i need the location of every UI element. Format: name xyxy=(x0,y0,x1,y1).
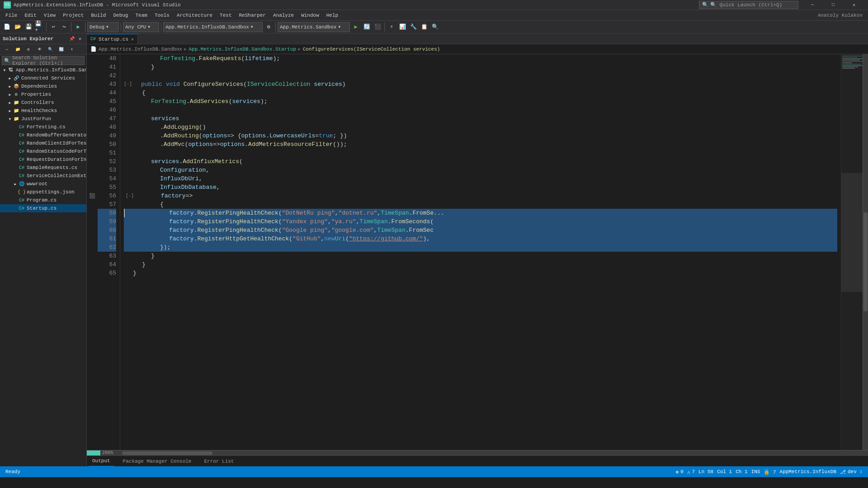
breadcrumb-part-3[interactable]: ConfigureServices(IServiceCollection ser… xyxy=(303,47,440,52)
tree-item-program[interactable]: ▶ C# Program.cs xyxy=(0,196,86,204)
toolbar-new[interactable]: 📄 xyxy=(2,22,12,32)
se-filter[interactable]: 🔍 xyxy=(45,45,55,55)
panel-tab-error-list[interactable]: Error List xyxy=(200,456,237,466)
se-pin[interactable]: 📌 xyxy=(68,35,75,42)
se-show-all[interactable]: 👁 xyxy=(34,45,44,55)
status-ready[interactable]: Ready xyxy=(4,466,22,477)
menu-view[interactable]: View xyxy=(40,10,59,21)
debug-mode-dropdown[interactable]: Debug ▼ xyxy=(87,22,119,32)
toolbar-extra-5[interactable]: 🔍 xyxy=(430,22,440,32)
se-folder[interactable]: 📁 xyxy=(13,45,23,55)
minimize-button[interactable]: — xyxy=(802,0,823,10)
menu-window[interactable]: Window xyxy=(297,10,323,21)
toolbar-start-debug[interactable]: ▶ xyxy=(73,22,83,32)
code-content[interactable]: ForTesting.FakeRequests(lifetime); } [-]… xyxy=(120,54,841,450)
tree-item-fortesting[interactable]: ▶ C# ForTesting.cs xyxy=(0,123,86,131)
tree-item-wwwroot[interactable]: ▶ 🌐 wwwroot xyxy=(0,180,86,188)
tree-item-randomstatus[interactable]: ▶ C# RandomStatusCodeForTesting.c... xyxy=(0,147,86,155)
toolbar-extra-4[interactable]: 📋 xyxy=(419,22,429,32)
tree-item-randomclient[interactable]: ▶ C# RandomClientIdForTesting.cs xyxy=(0,139,86,147)
tree-item-healthchecks[interactable]: ▶ 📁 HealthChecks xyxy=(0,107,86,115)
cpu-dropdown[interactable]: Any CPU ▼ xyxy=(123,22,159,32)
quick-launch[interactable]: 🔍 🔍 Quick Launch (Ctrl+Q) xyxy=(699,1,798,9)
se-collapse[interactable]: ⬆ xyxy=(67,45,77,55)
panel-tab-package-manager[interactable]: Package Manager Console xyxy=(119,456,195,466)
code-line-58[interactable]: factory.RegisterPingHealthCheck("DotNetR… xyxy=(124,209,837,217)
tab-close[interactable]: ✕ xyxy=(131,37,134,42)
code-line-51 xyxy=(124,149,837,157)
tree-item-requestduration[interactable]: ▶ C# RequestDurationForIndexTesti... xyxy=(0,155,86,164)
code-editor[interactable]: ⬛ 40 41 42 43 44 45 46 47 xyxy=(87,54,868,450)
toolbar-stop[interactable]: ⬛ xyxy=(373,22,382,32)
tree-item-controllers[interactable]: ▶ 📁 Controllers xyxy=(0,99,86,107)
tree-item-servicecollection[interactable]: ▶ C# ServiceCollectionExtensions.cs xyxy=(0,172,86,180)
toolbar-undo[interactable]: ↩ xyxy=(48,22,58,32)
code-line-59[interactable]: factory.RegisterPingHealthCheck("Yandex … xyxy=(124,217,837,226)
status-project-indicator[interactable]: AppMetrics.InfluxDB xyxy=(778,466,838,477)
fold-icon-43[interactable]: [-] xyxy=(124,80,132,89)
menu-build[interactable]: Build xyxy=(87,10,109,21)
tree-item-properties[interactable]: ▶ ⚙ Properties xyxy=(0,90,86,99)
menu-analyze[interactable]: Analyze xyxy=(269,10,297,21)
menu-help[interactable]: Help xyxy=(323,10,342,21)
solution-explorer-search[interactable]: 🔍 Search Solution Explorer (Ctrl+;) xyxy=(2,56,85,65)
status-errors[interactable]: ⊗ 0 xyxy=(674,466,685,477)
maximize-button[interactable]: □ xyxy=(823,0,844,10)
menu-edit[interactable]: Edit xyxy=(21,10,40,21)
menu-file[interactable]: File xyxy=(2,10,21,21)
tree-item-startup[interactable]: ▶ C# Startup.cs xyxy=(0,204,86,212)
tab-startup[interactable]: C# Startup.cs ✕ xyxy=(87,34,138,44)
toolbar-play[interactable]: ▶ xyxy=(351,22,361,32)
tree-item-randombuffer[interactable]: ▶ C# RandomBufferGenerator.cs xyxy=(0,131,86,139)
tree-item-solution[interactable]: ▼ 🏗 App.Metrics.InfluxDB.Sandbox xyxy=(0,66,86,74)
panel-tab-output[interactable]: Output xyxy=(89,456,114,466)
toolbar-refresh[interactable]: 🔄 xyxy=(362,22,372,32)
breadcrumb-part-2[interactable]: App.Metrics.InfluxDB.Sandbox.Startup xyxy=(189,47,296,52)
code-line-60[interactable]: factory.RegisterPingHealthCheck("Google … xyxy=(124,226,837,235)
se-sync[interactable]: ↔ xyxy=(2,45,12,55)
status-warnings[interactable]: ⚠ 7 xyxy=(685,466,697,477)
tree-item-justforfun[interactable]: ▼ 📁 JustForFun xyxy=(0,115,86,123)
se-properties[interactable]: ⚙ xyxy=(24,45,33,55)
tree-item-connected-services[interactable]: ▶ 🔗 Connected Services xyxy=(0,74,86,82)
vertical-scrollbar[interactable] xyxy=(863,54,868,450)
se-refresh[interactable]: 🔄 xyxy=(56,45,66,55)
status-ch[interactable]: Ch 1 xyxy=(734,466,749,477)
breadcrumb-part-1[interactable]: App.Metrics.InfluxDB.Sandbox xyxy=(99,47,182,52)
status-ln[interactable]: Ln 58 xyxy=(697,466,715,477)
menu-test[interactable]: Test xyxy=(216,10,235,21)
expand-icon: ▶ xyxy=(7,75,13,81)
menu-architecture[interactable]: Architecture xyxy=(173,10,216,21)
project-dropdown[interactable]: App.Metrics.InfluxDB.Sandbox ▼ xyxy=(163,22,263,32)
scrollbar-thumb[interactable] xyxy=(863,212,868,311)
se-close[interactable]: ✕ xyxy=(76,35,84,42)
close-button[interactable]: ✕ xyxy=(844,0,864,10)
toolbar-extra-1[interactable]: ⚡ xyxy=(387,22,396,32)
fold-icon-56[interactable]: [-] xyxy=(126,192,134,200)
tree-item-samplerequests[interactable]: ▶ C# SampleRequests.cs xyxy=(0,164,86,172)
status-branch[interactable]: ⎇ dev ↕ xyxy=(838,466,864,477)
menu-resharper[interactable]: ReSharper xyxy=(236,10,269,21)
toolbar-extra-3[interactable]: 🔧 xyxy=(408,22,418,32)
toolbar-save-all[interactable]: 💾+ xyxy=(34,22,44,32)
toolbar-extra-2[interactable]: 📊 xyxy=(397,22,407,32)
code-line-61[interactable]: factory.RegisterHttpGetHealthCheck("GitH… xyxy=(124,235,837,243)
hscroll-thumb[interactable] xyxy=(122,451,212,455)
horizontal-scrollbar[interactable]: 200% xyxy=(87,450,868,455)
toolbar-save[interactable]: 💾 xyxy=(24,22,33,32)
menu-team[interactable]: Team xyxy=(132,10,151,21)
menu-tools[interactable]: Tools xyxy=(151,10,173,21)
menu-debug[interactable]: Debug xyxy=(109,10,132,21)
minimap[interactable] xyxy=(841,54,868,450)
status-col[interactable]: Col 1 xyxy=(715,466,734,477)
toolbar-redo[interactable]: ↪ xyxy=(59,22,69,32)
code-line-62[interactable]: }); xyxy=(124,243,837,252)
menu-project[interactable]: Project xyxy=(59,10,87,21)
toolbar-open[interactable]: 📂 xyxy=(13,22,23,32)
tree-item-appsettings[interactable]: ▶ { } appsettings.json xyxy=(0,188,86,196)
startup-project-dropdown[interactable]: App.Metrics.Sandbox ▼ xyxy=(278,22,350,32)
tree-item-dependencies[interactable]: ▶ 📦 Dependencies xyxy=(0,82,86,90)
status-spaces[interactable]: 🔒 7 xyxy=(762,466,778,477)
toolbar-options[interactable]: ⚙ xyxy=(264,22,274,32)
status-ins[interactable]: INS xyxy=(750,466,762,477)
